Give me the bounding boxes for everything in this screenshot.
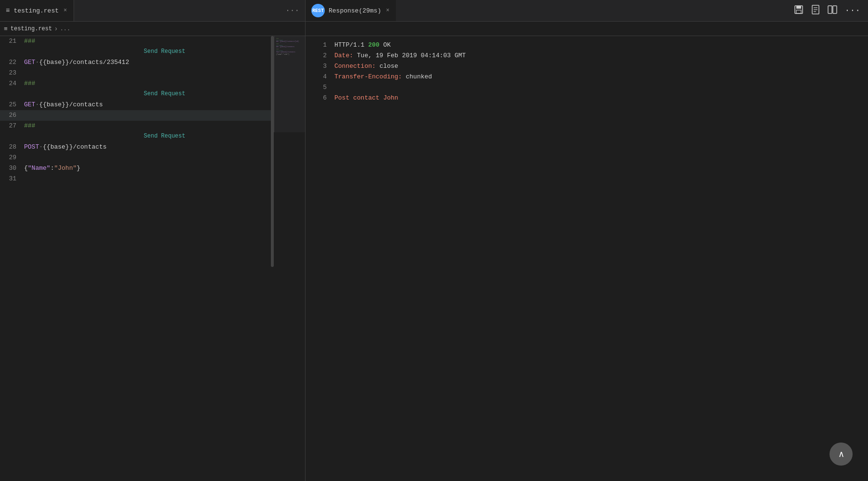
svg-rect-7	[828, 6, 832, 13]
line-content-24: ###	[24, 78, 305, 89]
tab-response[interactable]: REST Response(29ms) ×	[306, 0, 396, 21]
response-avatar: REST	[311, 4, 325, 17]
line-num-22: 22	[0, 57, 24, 68]
line-num-26: 26	[0, 110, 24, 121]
tab-more-left[interactable]: ···	[280, 6, 305, 15]
left-tab-area: ≡ testing.rest × ···	[0, 0, 306, 21]
breadcrumb-more: ...	[60, 25, 71, 32]
response-line-3: 3 Connection: close	[306, 61, 868, 72]
line-num-23: 23	[0, 68, 24, 78]
scrollbar-thumb[interactable]	[271, 36, 274, 267]
line-num-27: 27	[0, 121, 24, 131]
response-line-5: 5	[306, 82, 868, 93]
json-key: "Name"	[28, 165, 51, 172]
editor-panel[interactable]: 21 ### Send Request 22 GET·{{base}}/cont…	[0, 36, 306, 481]
hamburger-icon: ≡	[6, 7, 10, 14]
send-request-2[interactable]: Send Request	[0, 89, 305, 100]
header-key-transfer: Transfer-Encoding:	[334, 73, 402, 80]
line-num-21: 21	[0, 36, 24, 47]
breadcrumb-filename: testing.rest	[11, 25, 52, 32]
http-version: HTTP/1.1	[334, 41, 368, 49]
line-27: 27 ###	[0, 121, 305, 131]
response-line-6: 6 Post contact John	[306, 93, 868, 103]
response-panel[interactable]: 1 HTTP/1.1 200 OK 2 Date: Tue, 19 Feb 20…	[306, 36, 868, 481]
line-29: 29	[0, 152, 305, 163]
main-content: 21 ### Send Request 22 GET·{{base}}/cont…	[0, 36, 868, 481]
line-content-22: GET·{{base}}/contacts/235412	[24, 57, 305, 68]
toolbar-icons: ···	[794, 5, 868, 17]
line-31: 31	[0, 174, 305, 184]
method-get-1: GET	[24, 59, 35, 66]
method-get-2: GET	[24, 101, 35, 108]
tab-bar: ≡ testing.rest × ··· REST Response(29ms)…	[0, 0, 868, 22]
minimap: ### Send Request GET {{base}}/contacts/[…	[274, 36, 305, 132]
line-content-27: ###	[24, 121, 305, 131]
response-num-4: 4	[306, 72, 334, 82]
svg-rect-8	[833, 6, 837, 13]
line-28: 28 POST·{{base}}/contacts	[0, 142, 305, 152]
line-content-21: ###	[24, 36, 305, 47]
response-num-1: 1	[306, 40, 334, 51]
brace-close: }	[77, 165, 80, 172]
breadcrumb-row: ≡ testing.rest › ...	[0, 22, 868, 36]
send-request-button-1[interactable]: Send Request	[24, 47, 305, 56]
json-val: "John"	[54, 165, 77, 172]
url-3: {{base}}/contacts	[43, 143, 107, 151]
header-val-connection: close	[376, 63, 398, 70]
line-num-31: 31	[0, 174, 24, 184]
breadcrumb-icon: ≡	[4, 25, 8, 33]
scroll-to-top-button[interactable]: ∧	[830, 443, 853, 466]
line-content-28: POST·{{base}}/contacts	[24, 142, 305, 152]
response-line-2: 2 Date: Tue, 19 Feb 2019 04:14:03 GMT	[306, 51, 868, 61]
line-num-25: 25	[0, 100, 24, 110]
header-key-connection: Connection:	[334, 63, 376, 70]
response-content-2: Date: Tue, 19 Feb 2019 04:14:03 GMT	[334, 51, 868, 61]
tab-label-testing-rest: testing.rest	[13, 7, 59, 14]
line-content-30: {"Name":"John"}	[24, 163, 305, 174]
send-request-1[interactable]: Send Request	[0, 47, 305, 57]
tab-close-testing-rest[interactable]: ×	[63, 6, 68, 15]
line-num-24: 24	[0, 78, 24, 89]
tab-testing-rest[interactable]: ≡ testing.rest ×	[0, 0, 74, 21]
right-tab-area: REST Response(29ms) ×	[306, 0, 868, 21]
line-23: 23	[0, 68, 305, 78]
response-num-2: 2	[306, 51, 334, 61]
response-content-1: HTTP/1.1 200 OK	[334, 40, 868, 51]
line-num-28: 28	[0, 142, 24, 152]
line-num-29: 29	[0, 152, 24, 163]
tab-close-response[interactable]: ×	[385, 6, 390, 15]
line-21: 21 ###	[0, 36, 305, 47]
url-1: {{base}}/contacts/235412	[39, 59, 129, 66]
line-22: 22 GET·{{base}}/contacts/235412	[0, 57, 305, 68]
save-icon[interactable]	[794, 5, 804, 17]
minimap-content: ### Send Request GET {{base}}/contacts/[…	[274, 36, 305, 132]
send-request-3[interactable]: Send Request	[0, 131, 305, 142]
line-30: 30 {"Name":"John"}	[0, 163, 305, 174]
breadcrumb: ≡ testing.rest › ...	[0, 22, 306, 36]
header-val-date: Tue, 19 Feb 2019 04:14:03 GMT	[353, 52, 466, 59]
doc-icon[interactable]	[811, 5, 820, 17]
header-key-date: Date:	[334, 52, 353, 59]
method-post-1: POST	[24, 143, 39, 151]
response-content-4: Transfer-Encoding: chunked	[334, 72, 868, 82]
response-content-6: Post contact John	[334, 93, 868, 103]
send-request-button-3[interactable]: Send Request	[24, 131, 305, 141]
send-request-button-2[interactable]: Send Request	[24, 89, 305, 99]
response-num-6: 6	[306, 93, 334, 103]
line-num-30: 30	[0, 163, 24, 174]
line-24: 24 ###	[0, 78, 305, 89]
toolbar-more-icon[interactable]: ···	[845, 6, 860, 15]
response-line-4: 4 Transfer-Encoding: chunked	[306, 72, 868, 82]
response-num-3: 3	[306, 61, 334, 72]
dot-3: ·	[39, 143, 43, 151]
response-content-3: Connection: close	[334, 61, 868, 72]
response-tab-label: Response(29ms)	[329, 7, 381, 14]
line-content-25: GET·{{base}}/contacts	[24, 100, 305, 110]
line-25: 25 GET·{{base}}/contacts	[0, 100, 305, 110]
split-icon[interactable]	[828, 5, 837, 17]
line-container: 21 ### Send Request 22 GET·{{base}}/cont…	[0, 36, 305, 184]
response-num-5: 5	[306, 82, 334, 93]
header-val-transfer: chunked	[402, 73, 432, 80]
status-200: 200	[368, 41, 379, 49]
svg-rect-1	[796, 6, 801, 9]
